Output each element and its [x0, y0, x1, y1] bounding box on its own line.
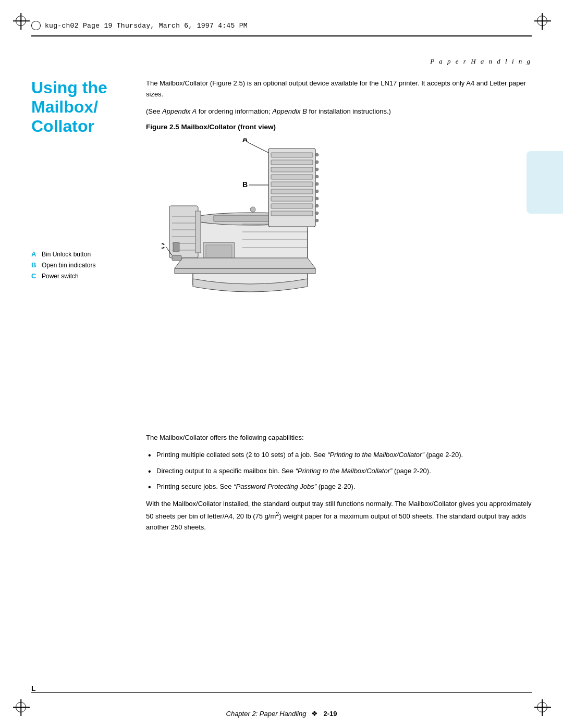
footer-diamond: ❖: [311, 709, 318, 718]
reg-mark-tl: [16, 16, 26, 26]
svg-point-24: [315, 175, 319, 178]
svg-rect-12: [271, 153, 313, 157]
appendix-b-ref: Appendix B: [272, 107, 307, 115]
legend-item-c: C Power switch: [31, 272, 146, 280]
svg-rect-19: [271, 204, 313, 208]
footer-chapter: Chapter 2: Paper Handling: [226, 710, 307, 718]
svg-rect-41: [173, 242, 179, 252]
corner-l-mark: L: [31, 684, 36, 693]
svg-rect-40: [172, 255, 181, 261]
reg-mark-bl: [16, 702, 26, 712]
svg-point-29: [315, 212, 319, 215]
svg-point-39: [250, 207, 255, 212]
reg-mark-br: [537, 702, 547, 712]
svg-point-23: [315, 168, 319, 171]
bottom-text-area: The Mailbox/Collator offers the followin…: [146, 433, 532, 539]
legend-label-c: Power switch: [42, 273, 79, 280]
ref-password: “Password Protecting Jobs”: [234, 483, 316, 490]
svg-rect-18: [271, 196, 313, 201]
svg-rect-17: [271, 189, 313, 194]
figure-caption: Figure 2.5 Mailbox/Collator (front view): [146, 123, 532, 131]
legend-label-a: Bin Unlock button: [42, 251, 91, 258]
svg-rect-14: [271, 167, 313, 172]
left-column: Using the Mailbox/ Collator: [31, 78, 136, 135]
svg-rect-38: [195, 211, 201, 253]
page: kug-ch02 Page 19 Thursday, March 6, 1997…: [0, 0, 563, 728]
legend-letter-a: A: [31, 250, 40, 258]
svg-point-25: [315, 182, 319, 186]
bullet-item-3: Printing secure jobs. See “Password Prot…: [146, 482, 532, 492]
appendix-a-ref: Appendix A: [162, 107, 197, 115]
svg-rect-20: [271, 211, 313, 216]
section-header: P a p e r H a n d l i n g: [430, 57, 532, 66]
svg-rect-15: [271, 175, 313, 179]
content-area: P a p e r H a n d l i n g Using the Mail…: [31, 47, 532, 681]
bottom-rule: [31, 692, 532, 693]
svg-text:A: A: [242, 138, 248, 143]
reg-mark-tr: [537, 16, 547, 26]
title-line2: Mailbox/: [31, 97, 136, 117]
legend-area: A Bin Unlock button B Open bin indicator…: [31, 250, 146, 283]
svg-rect-13: [271, 160, 313, 165]
top-rule: [31, 35, 532, 36]
svg-point-30: [315, 219, 319, 222]
right-blob-decoration: [527, 151, 563, 214]
closing-paragraph: With the Mailbox/Collator installed, the…: [146, 499, 532, 533]
legend-letter-b: B: [31, 261, 40, 269]
svg-point-26: [315, 190, 319, 193]
svg-text:B: B: [242, 180, 248, 189]
ref-collator-2: “Printing to the Mailbox/Collator”: [296, 467, 393, 475]
section-title: Using the Mailbox/ Collator: [31, 78, 136, 135]
footer: Chapter 2: Paper Handling ❖ 2-19: [31, 709, 532, 718]
svg-point-27: [315, 197, 319, 200]
appendix-note: (See Appendix A for ordering information…: [146, 106, 532, 117]
figure-area: A B C: [146, 138, 532, 315]
svg-rect-16: [271, 182, 313, 187]
svg-point-28: [315, 204, 319, 207]
header-file-info: kug-ch02 Page 19 Thursday, March 6, 1997…: [45, 22, 248, 30]
capabilities-list: Printing multiple collated sets (2 to 10…: [146, 450, 532, 492]
svg-point-21: [315, 153, 319, 156]
ref-collator-1: “Printing to the Mailbox/Collator”: [327, 451, 424, 459]
svg-point-22: [315, 161, 319, 164]
right-column: The Mailbox/Collator (Figure 2.5) is an …: [146, 78, 532, 326]
capabilities-intro: The Mailbox/Collator offers the followin…: [146, 433, 532, 443]
legend-item-b: B Open bin indicators: [31, 261, 146, 269]
intro-paragraph: The Mailbox/Collator (Figure 2.5) is an …: [146, 78, 532, 100]
printer-illustration: A B C: [162, 138, 344, 310]
legend-item-a: A Bin Unlock button: [31, 250, 146, 258]
legend-label-b: Open bin indicators: [42, 262, 95, 269]
svg-text:C: C: [162, 242, 165, 250]
bullet-item-1: Printing multiple collated sets (2 to 10…: [146, 450, 532, 461]
legend-letter-c: C: [31, 272, 40, 280]
header-bar: kug-ch02 Page 19 Thursday, March 6, 1997…: [31, 21, 532, 30]
title-line3: Collator: [31, 117, 136, 136]
header-circle-icon: [31, 21, 41, 30]
svg-line-42: [248, 142, 268, 153]
bullet-item-2: Directing output to a specific mailbox b…: [146, 466, 532, 477]
title-line1: Using the: [31, 78, 136, 97]
footer-page: 2-19: [323, 710, 337, 718]
